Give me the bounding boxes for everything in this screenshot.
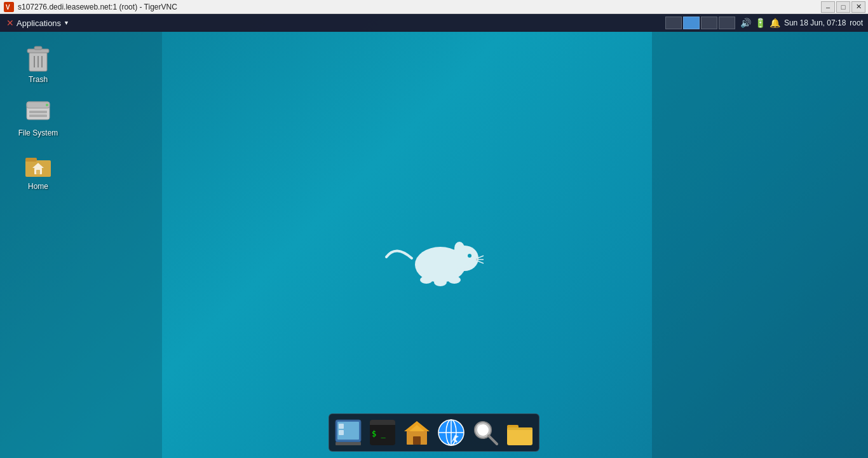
home-label: Home — [28, 182, 48, 191]
svg-rect-11 — [29, 114, 47, 117]
svg-point-51 — [477, 424, 482, 429]
workspace-4[interactable] — [719, 17, 735, 29]
applications-menu[interactable]: ✕ Applications ▼ — [0, 14, 76, 32]
volume-icon[interactable]: 🔊 — [740, 18, 751, 28]
home-icon-desktop[interactable]: Home — [13, 146, 64, 193]
dock: $ _ — [329, 413, 539, 452]
dock-filemanager[interactable] — [400, 416, 433, 449]
minimize-button[interactable]: – — [821, 1, 835, 13]
vnc-icon: V — [4, 2, 14, 12]
filemanager-icon — [403, 419, 431, 447]
workspace-1[interactable] — [665, 17, 682, 29]
svg-rect-54 — [507, 427, 532, 430]
trash-icon-img — [23, 42, 53, 73]
desktop-icons: Trash File System — [13, 39, 64, 193]
window-title: s107276.dedi.leaseweb.net:1 (root) - Tig… — [18, 3, 177, 11]
trash-label: Trash — [29, 75, 48, 84]
browser-icon — [437, 419, 465, 447]
xfce-logo — [383, 225, 485, 291]
svg-rect-30 — [336, 442, 361, 445]
showdesktop-icon — [334, 419, 362, 447]
trash-svg — [23, 42, 53, 73]
svg-point-20 — [454, 242, 465, 254]
dock-terminal[interactable]: $ _ — [366, 416, 399, 449]
titlebar: V s107276.dedi.leaseweb.net:1 (root) - T… — [0, 0, 868, 14]
svg-point-27 — [434, 279, 447, 286]
svg-rect-52 — [507, 427, 532, 445]
filesystem-icon-desktop[interactable]: File System — [13, 93, 64, 140]
dock-browser[interactable] — [435, 416, 468, 449]
battery-icon: 🔋 — [755, 18, 766, 28]
svg-rect-14 — [25, 158, 37, 162]
svg-rect-10 — [29, 111, 47, 113]
svg-rect-7 — [34, 46, 42, 50]
svg-rect-33 — [339, 430, 344, 435]
filesystem-label: File System — [18, 128, 58, 137]
search-icon — [471, 419, 499, 447]
maximize-button[interactable]: □ — [836, 1, 850, 13]
svg-point-12 — [46, 104, 48, 106]
panel-right: 🔊 🔋 🔔 Sun 18 Jun, 07:18 root — [740, 18, 868, 28]
home-svg — [23, 149, 53, 179]
applications-label: Applications — [17, 18, 61, 28]
svg-line-50 — [489, 436, 497, 444]
trash-icon-desktop[interactable]: Trash — [13, 39, 64, 87]
svg-line-25 — [477, 261, 484, 263]
dock-showdesktop[interactable] — [332, 416, 365, 449]
svg-rect-17 — [36, 170, 40, 174]
desktop: ✕ Applications ▼ 🔊 🔋 🔔 Sun 18 Jun, 07:18… — [0, 14, 868, 458]
svg-point-26 — [420, 276, 433, 284]
dock-folder[interactable] — [503, 416, 536, 449]
filesystem-svg — [23, 95, 53, 126]
user-label: root — [850, 18, 863, 27]
dock-search[interactable] — [469, 416, 502, 449]
svg-text:V: V — [6, 4, 10, 11]
home-icon-img — [23, 149, 53, 179]
notification-icon[interactable]: 🔔 — [770, 18, 780, 28]
svg-rect-36 — [370, 422, 395, 425]
titlebar-left: V s107276.dedi.leaseweb.net:1 (root) - T… — [0, 2, 177, 12]
filesystem-icon-img — [23, 95, 53, 126]
x-icon: ✕ — [6, 18, 14, 28]
svg-point-28 — [448, 276, 461, 284]
mouse-svg — [383, 225, 485, 289]
close-button[interactable]: ✕ — [851, 1, 865, 13]
clock: Sun 18 Jun, 07:18 — [784, 18, 846, 27]
svg-point-21 — [468, 254, 471, 258]
terminal-icon: $ _ — [369, 419, 397, 447]
workspace-2[interactable] — [683, 17, 700, 29]
workspace-switcher — [665, 17, 735, 29]
folder-icon — [506, 419, 534, 447]
workspace-3[interactable] — [701, 17, 717, 29]
svg-text:$ _: $ _ — [372, 429, 386, 438]
svg-rect-40 — [413, 436, 421, 445]
titlebar-controls: – □ ✕ — [821, 1, 868, 13]
right-panel-overlay — [652, 32, 868, 458]
top-panel: ✕ Applications ▼ 🔊 🔋 🔔 Sun 18 Jun, 07:18… — [0, 14, 868, 32]
svg-rect-32 — [339, 424, 344, 429]
applications-arrow: ▼ — [64, 20, 69, 26]
